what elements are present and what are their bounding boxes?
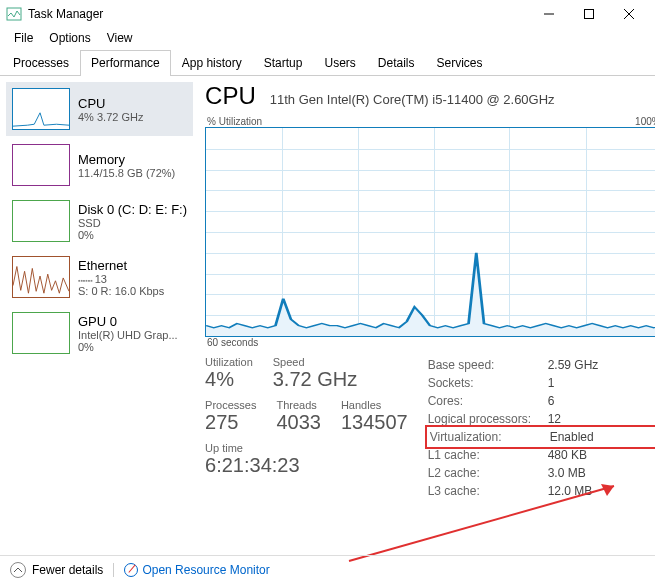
disk-thumb-icon <box>12 200 70 242</box>
handles-value: 134507 <box>341 411 408 434</box>
utilization-value: 4% <box>205 368 253 391</box>
chart-x-left: 60 seconds <box>207 337 258 348</box>
l1-v: 480 KB <box>548 446 587 464</box>
maximize-button[interactable] <box>569 0 609 28</box>
tab-startup[interactable]: Startup <box>253 50 314 75</box>
lp-v: 12 <box>548 410 561 428</box>
virt-v: Enabled <box>550 428 594 446</box>
footer-separator <box>113 563 114 577</box>
close-button[interactable] <box>609 0 649 28</box>
cores-k: Cores: <box>428 392 548 410</box>
sidebar-item-ethernet[interactable]: Ethernet 13 S: 0 R: 16.0 Kbps <box>6 250 193 304</box>
speed-label: Speed <box>273 356 357 368</box>
title-bar: Task Manager <box>0 0 655 28</box>
l3-k: L3 cache: <box>428 482 548 500</box>
sidebar-item-cpu[interactable]: CPU 4% 3.72 GHz <box>6 82 193 136</box>
orm-label: Open Resource Monitor <box>142 563 269 577</box>
minimize-button[interactable] <box>529 0 569 28</box>
sidebar-item-memory[interactable]: Memory 11.4/15.8 GB (72%) <box>6 138 193 192</box>
sidebar-eth-dots: 13 <box>78 273 164 285</box>
tab-processes[interactable]: Processes <box>2 50 80 75</box>
window-title: Task Manager <box>28 7 529 21</box>
svg-rect-2 <box>585 10 594 19</box>
lp-k: Logical processors: <box>428 410 548 428</box>
sidebar-gpu-sub2: 0% <box>78 341 178 353</box>
sidebar-item-gpu[interactable]: GPU 0 Intel(R) UHD Grap... 0% <box>6 306 193 360</box>
menu-view[interactable]: View <box>99 29 141 47</box>
l2-v: 3.0 MB <box>548 464 586 482</box>
footer-bar: Fewer details Open Resource Monitor <box>0 555 655 583</box>
sidebar-disk-title: Disk 0 (C: D: E: F:) <box>78 202 187 217</box>
menu-options[interactable]: Options <box>41 29 98 47</box>
sockets-k: Sockets: <box>428 374 548 392</box>
sockets-v: 1 <box>548 374 555 392</box>
page-title: CPU <box>205 82 256 110</box>
l1-k: L1 cache: <box>428 446 548 464</box>
ethernet-thumb-icon <box>12 256 70 298</box>
speed-value: 3.72 GHz <box>273 368 357 391</box>
fewer-details-label[interactable]: Fewer details <box>32 563 103 577</box>
chart-y-max: 100% <box>635 116 655 127</box>
threads-label: Threads <box>276 399 321 411</box>
tab-details[interactable]: Details <box>367 50 426 75</box>
main-panel: CPU 11th Gen Intel(R) Core(TM) i5-11400 … <box>199 76 655 556</box>
uptime-value: 6:21:34:23 <box>205 454 428 477</box>
svg-marker-5 <box>206 253 655 336</box>
virt-k: Virtualization: <box>430 428 550 446</box>
resource-monitor-icon <box>124 563 138 577</box>
cpu-thumb-icon <box>12 88 70 130</box>
tab-users[interactable]: Users <box>313 50 366 75</box>
l2-k: L2 cache: <box>428 464 548 482</box>
sidebar-cpu-sub: 4% 3.72 GHz <box>78 111 143 123</box>
sidebar-gpu-title: GPU 0 <box>78 314 178 329</box>
tab-bar: Processes Performance App history Startu… <box>0 48 655 76</box>
app-icon <box>6 6 22 22</box>
base-speed-v: 2.59 GHz <box>548 356 599 374</box>
menu-file[interactable]: File <box>6 29 41 47</box>
chart-y-label: % Utilization <box>207 116 262 127</box>
fewer-details-toggle[interactable] <box>10 562 26 578</box>
base-speed-k: Base speed: <box>428 356 548 374</box>
sidebar-gpu-sub: Intel(R) UHD Grap... <box>78 329 178 341</box>
processes-label: Processes <box>205 399 256 411</box>
virtualization-row: Virtualization:Enabled <box>428 428 655 446</box>
threads-value: 4033 <box>276 411 321 434</box>
l3-v: 12.0 MB <box>548 482 593 500</box>
gpu-thumb-icon <box>12 312 70 354</box>
sidebar-memory-title: Memory <box>78 152 175 167</box>
sidebar-memory-sub: 11.4/15.8 GB (72%) <box>78 167 175 179</box>
tab-services[interactable]: Services <box>426 50 494 75</box>
sidebar-disk-sub2: 0% <box>78 229 187 241</box>
sidebar-eth-title: Ethernet <box>78 258 164 273</box>
tab-performance[interactable]: Performance <box>80 50 171 75</box>
sidebar-disk-sub: SSD <box>78 217 187 229</box>
processes-value: 275 <box>205 411 256 434</box>
memory-thumb-icon <box>12 144 70 186</box>
sidebar-cpu-title: CPU <box>78 96 143 111</box>
sidebar-item-disk[interactable]: Disk 0 (C: D: E: F:) SSD 0% <box>6 194 193 248</box>
menu-bar: File Options View <box>0 28 655 48</box>
sidebar: CPU 4% 3.72 GHz Memory 11.4/15.8 GB (72%… <box>0 76 199 556</box>
sidebar-eth-sub: S: 0 R: 16.0 Kbps <box>78 285 164 297</box>
utilization-label: Utilization <box>205 356 253 368</box>
cpu-model: 11th Gen Intel(R) Core(TM) i5-11400 @ 2.… <box>270 92 555 107</box>
cores-v: 6 <box>548 392 555 410</box>
handles-label: Handles <box>341 399 408 411</box>
uptime-label: Up time <box>205 442 428 454</box>
open-resource-monitor-link[interactable]: Open Resource Monitor <box>124 563 269 577</box>
tab-apphistory[interactable]: App history <box>171 50 253 75</box>
cpu-utilization-chart[interactable] <box>205 127 655 337</box>
